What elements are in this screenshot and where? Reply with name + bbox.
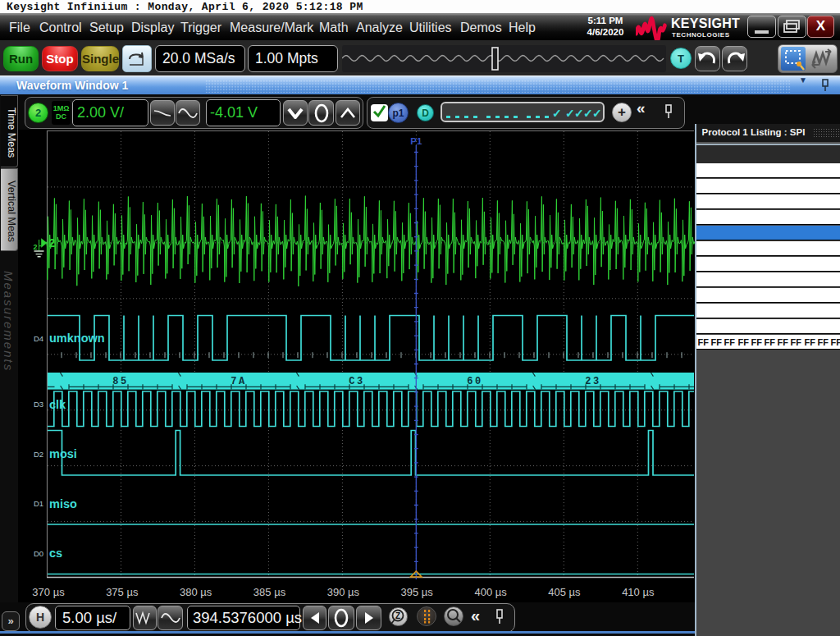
svg-text:385 µs: 385 µs: [253, 586, 286, 598]
svg-text:cs: cs: [49, 547, 62, 560]
svg-text:380 µs: 380 µs: [180, 586, 212, 598]
svg-text:D1: D1: [34, 499, 43, 508]
svg-text:miso: miso: [49, 497, 77, 510]
svg-text:2: 2: [33, 243, 37, 251]
svg-text:D4: D4: [34, 334, 43, 343]
svg-text:400 µs: 400 µs: [474, 586, 507, 598]
svg-text:Z: Z: [395, 611, 400, 620]
svg-text:D3: D3: [34, 400, 43, 409]
svg-text:410 µs: 410 µs: [622, 586, 655, 598]
svg-text:395 µs: 395 µs: [401, 586, 434, 598]
svg-text:405 µs: 405 µs: [548, 586, 581, 598]
svg-text:C3: C3: [349, 376, 364, 387]
svg-text:370 µs: 370 µs: [32, 586, 65, 598]
svg-text:2: 2: [49, 236, 56, 249]
svg-text:clk: clk: [49, 398, 66, 411]
svg-text:mosi: mosi: [49, 447, 77, 460]
svg-text:375 µs: 375 µs: [106, 586, 139, 598]
svg-text:60: 60: [467, 376, 482, 387]
svg-text:D2: D2: [34, 450, 43, 459]
svg-text:85: 85: [112, 376, 128, 387]
svg-text:D0: D0: [34, 549, 43, 558]
svg-text:P1: P1: [410, 136, 422, 146]
svg-text:23: 23: [585, 376, 600, 387]
svg-text:umknown: umknown: [49, 332, 105, 345]
svg-text:390 µs: 390 µs: [327, 586, 360, 598]
svg-text:7A: 7A: [231, 376, 246, 387]
